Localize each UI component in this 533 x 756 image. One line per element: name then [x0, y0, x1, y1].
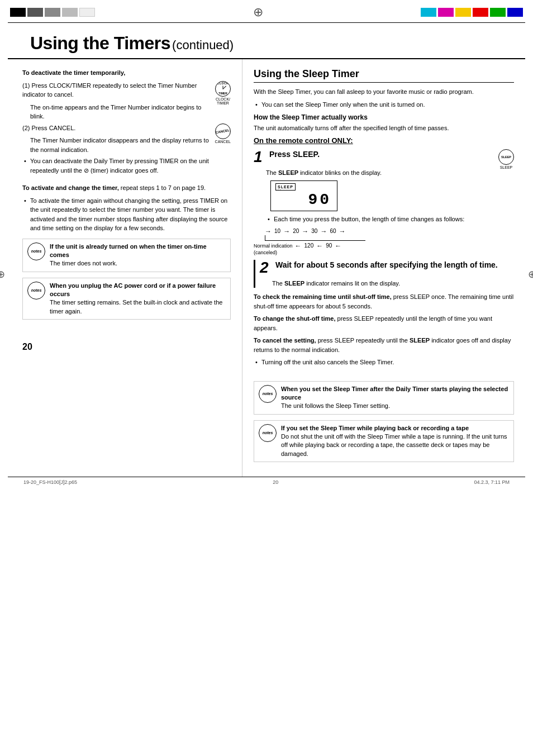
- step1-heading: 1 Press SLEEP.: [254, 149, 493, 165]
- sleep-bullet1: You can set the Sleep Timer only when th…: [254, 100, 514, 110]
- seq-bottom-row: Normal indication ← 120 ← 90 ←: [254, 242, 514, 250]
- step1-heading-text: Press SLEEP.: [269, 149, 493, 160]
- note1-body: The timer does not work.: [50, 259, 226, 268]
- note2-title: When you unplug the AC power cord or if …: [50, 282, 226, 299]
- footer: 19-20_FS-H100[J]2.p65 20 04.2.3, 7:11 PM: [8, 477, 525, 487]
- arr-2: →: [302, 227, 308, 235]
- step1-sub: The on-time appears and the Timer Number…: [30, 103, 231, 121]
- sleep-icon: SLEEP SLEEP: [498, 149, 514, 169]
- activate-title-para: To activate and change the timer, repeat…: [22, 183, 231, 193]
- timer-label: TIMER: [218, 92, 227, 96]
- display-dots: · · ·: [275, 188, 281, 192]
- note3-title: When you set the Sleep Timer after the D…: [281, 385, 509, 402]
- notes-icon-3: notes: [259, 385, 277, 403]
- clock-icon-circle: CLOCK TIMER: [215, 81, 231, 97]
- arr-b2: ←: [316, 242, 323, 250]
- note4-content: If you set the Sleep Timer while playing…: [281, 424, 509, 459]
- activate-bullet: To activate the timer again without chan…: [22, 196, 231, 233]
- arr-1: →: [283, 227, 290, 235]
- color-swatch-yellow: [455, 8, 471, 17]
- how-body: The unit automatically turns off after t…: [254, 123, 514, 133]
- page-title-continued: (continued): [172, 38, 234, 52]
- footer-center: 20: [273, 479, 278, 485]
- clock-timer-text: CLOCK/TIMER: [215, 97, 231, 105]
- crosshair-icon: ⊕: [253, 5, 263, 20]
- step1-number: 1: [254, 149, 266, 165]
- normal-indication-label: Normal indication: [254, 243, 293, 249]
- cancel-icon: CANCEL CANCEL: [215, 123, 231, 144]
- note2-content: When you unplug the AC power cord or if …: [50, 282, 226, 316]
- sleep-section-title: Using the Sleep Timer: [254, 68, 514, 83]
- step2-section: 2 Wait for about 5 seconds after specify…: [254, 260, 514, 288]
- arr-3: →: [320, 227, 327, 235]
- note-box-2: notes When you unplug the AC power cord …: [22, 278, 231, 320]
- right-reg-mark: ⊕: [528, 268, 533, 280]
- page-number: 20: [22, 342, 231, 352]
- cancel-symbol: CANCEL: [216, 128, 230, 134]
- seq-connector-line: [265, 235, 365, 241]
- bullet-each-time: Each time you press the button, the leng…: [266, 215, 514, 224]
- change-shutoff: To change the shut-off time, press SLEEP…: [254, 314, 514, 332]
- arr-b1: ←: [295, 242, 302, 250]
- deactivate-step1: CLOCK TIMER CLOCK/TIMER (1) Press CLOCK/…: [22, 81, 231, 121]
- notes-label-4: notes: [263, 431, 273, 435]
- color-swatch-cyan: [421, 8, 436, 17]
- time-sequence-diagram: → 10 → 20 → 30 → 60 → Normal indication …: [254, 227, 514, 255]
- sleep-text-below: SLEEP: [498, 165, 514, 169]
- display-digits: 90: [308, 191, 331, 208]
- note-box-3: notes When you set the Sleep Timer after…: [254, 381, 514, 415]
- step1-section: SLEEP SLEEP 1 Press SLEEP. The SLEEP ind…: [254, 149, 514, 255]
- notes-icon-2: notes: [27, 282, 45, 299]
- step2-number: 2: [260, 260, 272, 275]
- cancel-circle: CANCEL: [215, 123, 231, 139]
- footer-right: 04.2.3, 7:11 PM: [474, 479, 510, 485]
- sleep-label-icon: SLEEP: [501, 155, 511, 159]
- cancel-bullet: Turning off the unit also cancels the Sl…: [254, 358, 514, 367]
- deactivate-title: To deactivate the timer temporarily,: [22, 68, 231, 78]
- step2-heading: 2 Wait for about 5 seconds after specify…: [260, 260, 514, 275]
- clock-timer-icon: CLOCK TIMER CLOCK/TIMER: [215, 81, 231, 105]
- right-column: ⊕ Using the Sleep Timer With the Sleep T…: [242, 59, 525, 477]
- step2-sub: The Timer Number indicator disappears an…: [30, 136, 231, 154]
- note3-body: The unit follows the Sleep Timer setting…: [281, 402, 509, 410]
- note1-content: If the unit is already turned on when th…: [50, 243, 226, 268]
- left-reg-mark: ⊕: [0, 268, 5, 280]
- content-area: ⊕ To deactivate the timer temporarily, C…: [8, 59, 525, 477]
- page-title: Using the Timers: [30, 33, 170, 53]
- color-swatch-black: [10, 8, 26, 17]
- remote-only: On the remote control ONLY:: [254, 136, 514, 145]
- color-swatch-darkgray: [27, 8, 43, 17]
- sleep-display-diagram: SLEEP · · · 90: [270, 180, 337, 211]
- right-color-bar: [421, 8, 523, 17]
- seq-120: 120: [304, 243, 314, 249]
- seq-10: 10: [274, 228, 280, 234]
- seq-90: 90: [326, 243, 332, 249]
- note-box-4: notes If you set the Sleep Timer while p…: [254, 420, 514, 463]
- cancel-title: To cancel the setting,: [254, 337, 316, 344]
- note3-content: When you set the Sleep Timer after the D…: [281, 385, 509, 411]
- sleep-intro: With the Sleep Timer, you can fall aslee…: [254, 87, 514, 97]
- seq-30: 30: [311, 228, 317, 234]
- footer-left: 19-20_FS-H100[J]2.p65: [23, 479, 77, 485]
- notes-icon-1: notes: [27, 243, 45, 260]
- color-swatch-white: [79, 8, 95, 17]
- color-swatch-blue: [507, 8, 523, 17]
- note4-body: Do not shut the unit off with the Sleep …: [281, 432, 509, 458]
- step1-text: (1) Press CLOCK/TIMER repeatedly to sele…: [22, 81, 231, 99]
- notes-label-3: notes: [263, 392, 273, 396]
- seq-60: 60: [330, 228, 336, 234]
- step2-body: The SLEEP indicator remains lit on the d…: [272, 279, 514, 288]
- color-swatch-red: [473, 8, 488, 17]
- note2-body: The timer setting remains. Set the built…: [50, 298, 226, 316]
- notes-label-1: notes: [31, 249, 42, 253]
- notes-icon-4: notes: [259, 424, 277, 442]
- page-title-section: Using the Timers (continued): [8, 23, 525, 59]
- cancel-text: CANCEL: [215, 140, 231, 144]
- activate-title: To activate and change the timer,: [22, 184, 119, 191]
- color-swatch-medgray: [45, 8, 60, 17]
- arr-4: →: [339, 227, 346, 235]
- deactivate-bullet: You can deactivate the Daily Timer by pr…: [22, 156, 231, 175]
- check-remaining: To check the remaining time until shut-o…: [254, 292, 514, 311]
- color-swatch-magenta: [438, 8, 454, 17]
- note1-title: If the unit is already turned on when th…: [50, 243, 226, 260]
